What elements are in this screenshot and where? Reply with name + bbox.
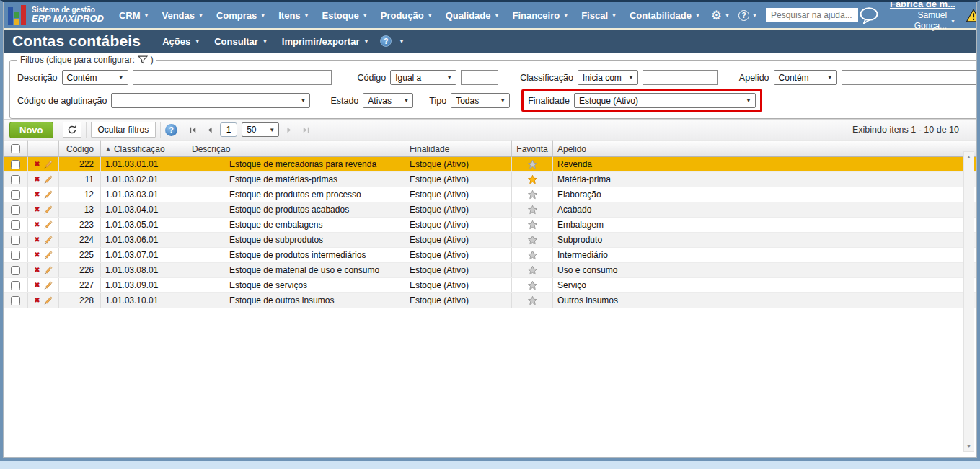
delete-icon[interactable]: ✖ — [34, 297, 40, 304]
column-header-finalidade[interactable]: Finalidade — [405, 140, 512, 157]
last-page-button[interactable] — [300, 127, 312, 133]
topbar-menu-crm[interactable]: CRM▼ — [112, 10, 156, 21]
topbar-menu-financeiro[interactable]: Financeiro▼ — [506, 10, 575, 21]
descricao-operator-select[interactable]: Contém▼ — [62, 70, 128, 85]
scroll-up-icon[interactable]: ▲ — [966, 154, 971, 159]
delete-icon[interactable]: ✖ — [34, 161, 40, 168]
tipo-select[interactable]: Todas▼ — [451, 93, 510, 108]
row-checkbox[interactable] — [11, 296, 20, 305]
edit-pencil-icon[interactable] — [43, 236, 53, 245]
scroll-down-icon[interactable]: ▼ — [966, 444, 971, 449]
delete-icon[interactable]: ✖ — [34, 282, 40, 289]
classificacao-operator-select[interactable]: Inicia com▼ — [578, 70, 638, 85]
row-checkbox[interactable] — [11, 220, 20, 230]
select-all-checkbox[interactable] — [11, 144, 20, 153]
topbar-menu-producao[interactable]: Produção▼ — [374, 10, 439, 21]
hide-filters-button[interactable]: Ocultar filtros — [91, 122, 156, 138]
row-checkbox[interactable] — [11, 281, 20, 290]
delete-icon[interactable]: ✖ — [34, 221, 40, 228]
edit-pencil-icon[interactable] — [43, 190, 53, 200]
row-checkbox[interactable] — [11, 251, 20, 260]
column-header-classificacao[interactable]: ▲Classificação — [101, 140, 187, 157]
favorite-star-icon[interactable] — [527, 250, 538, 261]
delete-icon[interactable]: ✖ — [34, 267, 40, 274]
row-checkbox[interactable] — [11, 205, 20, 215]
delete-icon[interactable]: ✖ — [34, 191, 40, 198]
warning-icon[interactable] — [966, 9, 977, 22]
table-row[interactable]: ✖131.01.03.04.01Estoque de produtos acab… — [4, 202, 976, 218]
table-row[interactable]: ✖2221.01.03.01.01Estoque de mercadorias … — [4, 157, 976, 172]
table-row[interactable]: ✖2241.01.03.06.01Estoque de subprodutosE… — [4, 233, 976, 248]
favorite-star-icon[interactable] — [527, 235, 538, 246]
titlebar-menu-imprimir-exportar[interactable]: Imprimir/exportar▼ — [275, 36, 376, 47]
edit-pencil-icon[interactable] — [43, 205, 53, 215]
topbar-menu-itens[interactable]: Itens▼ — [272, 10, 315, 21]
edit-pencil-icon[interactable] — [43, 251, 53, 260]
classificacao-filter-input[interactable] — [643, 70, 718, 85]
delete-icon[interactable]: ✖ — [34, 251, 40, 259]
table-row[interactable]: ✖111.01.03.02.01Estoque de matérias-prim… — [4, 172, 976, 187]
codigo-operator-select[interactable]: Igual a▼ — [390, 70, 456, 85]
column-header-favorita[interactable]: Favorita — [512, 140, 553, 157]
row-checkbox[interactable] — [11, 175, 20, 184]
delete-icon[interactable]: ✖ — [34, 206, 40, 213]
company-link[interactable]: Fábrica de m... — [890, 2, 955, 10]
table-row[interactable]: ✖2251.01.03.07.01Estoque de produtos int… — [4, 248, 976, 263]
row-checkbox[interactable] — [11, 160, 20, 169]
favorite-star-icon[interactable] — [527, 159, 538, 170]
user-menu[interactable]: Samuel Gonça... ▼ — [890, 10, 955, 32]
edit-pencil-icon[interactable] — [43, 266, 53, 275]
toolbar-help-icon[interactable]: ? — [165, 124, 177, 136]
help-search-input[interactable] — [766, 8, 858, 22]
favorite-star-icon[interactable] — [527, 205, 538, 215]
table-row[interactable]: ✖2231.01.03.05.01Estoque de embalagensEs… — [4, 218, 976, 233]
edit-pencil-icon[interactable] — [43, 296, 53, 305]
topbar-menu-compras[interactable]: Compras▼ — [210, 10, 272, 21]
topbar-menu-fiscal[interactable]: Fiscal▼ — [575, 10, 623, 21]
favorite-star-icon[interactable] — [527, 265, 538, 276]
table-row[interactable]: ✖121.01.03.03.01Estoque de produtos em p… — [4, 187, 976, 202]
edit-pencil-icon[interactable] — [43, 281, 53, 290]
apelido-filter-input[interactable] — [842, 70, 977, 85]
table-row[interactable]: ✖2261.01.03.08.01Estoque de material de … — [4, 263, 976, 278]
estado-select[interactable]: Ativas▼ — [363, 93, 413, 108]
column-header-apelido[interactable]: Apelido — [553, 140, 661, 157]
favorite-star-icon[interactable] — [527, 220, 538, 231]
delete-icon[interactable]: ✖ — [34, 236, 40, 244]
favorite-star-icon[interactable] — [527, 280, 538, 291]
codigo-aglutinacao-select[interactable]: ▼ — [111, 93, 310, 108]
row-checkbox[interactable] — [11, 266, 20, 275]
table-row[interactable]: ✖2271.01.03.09.01Estoque de serviçosEsto… — [4, 278, 976, 293]
finalidade-select[interactable]: Estoque (Ativo)▼ — [574, 93, 756, 108]
descricao-filter-input[interactable] — [133, 70, 332, 85]
topbar-menu-contabilidade[interactable]: Contabilidade▼ — [623, 10, 707, 21]
apelido-operator-select[interactable]: Contém▼ — [774, 70, 837, 85]
titlebar-menu-consultar[interactable]: Consultar▼ — [207, 36, 275, 47]
favorite-star-icon[interactable] — [527, 189, 538, 200]
next-page-button[interactable] — [283, 127, 296, 133]
previous-page-button[interactable] — [203, 127, 216, 133]
codigo-filter-input[interactable] — [461, 70, 498, 85]
filters-legend[interactable]: Filtros (clique para configurar: ) — [17, 55, 156, 65]
topbar-menu-estoque[interactable]: Estoque▼ — [316, 10, 374, 21]
page-size-select[interactable]: 50▼ — [242, 122, 279, 137]
new-button[interactable]: Novo — [9, 122, 53, 138]
row-checkbox[interactable] — [11, 190, 20, 200]
first-page-button[interactable] — [187, 127, 199, 133]
titlebar-menu-acoes[interactable]: Ações▼ — [155, 36, 207, 47]
chat-icon[interactable] — [858, 6, 880, 24]
settings-menu[interactable]: ⚙ ▼ — [707, 9, 734, 22]
vertical-scrollbar[interactable]: ▲ ▼ — [963, 151, 974, 452]
chevron-down-icon[interactable]: ▼ — [399, 39, 404, 44]
row-checkbox[interactable] — [11, 236, 20, 245]
edit-pencil-icon[interactable] — [43, 160, 53, 169]
page-help-icon[interactable]: ? — [380, 35, 392, 47]
favorite-star-icon[interactable] — [527, 295, 538, 306]
page-number-input[interactable]: 1 — [220, 122, 237, 137]
table-row[interactable]: ✖2281.01.03.10.01Estoque de outros insum… — [4, 293, 976, 308]
edit-pencil-icon[interactable] — [43, 220, 53, 230]
refresh-button[interactable] — [63, 122, 81, 138]
help-menu[interactable]: ? ▼ — [734, 10, 762, 21]
topbar-menu-vendas[interactable]: Vendas▼ — [155, 10, 209, 21]
edit-pencil-icon[interactable] — [43, 175, 53, 184]
